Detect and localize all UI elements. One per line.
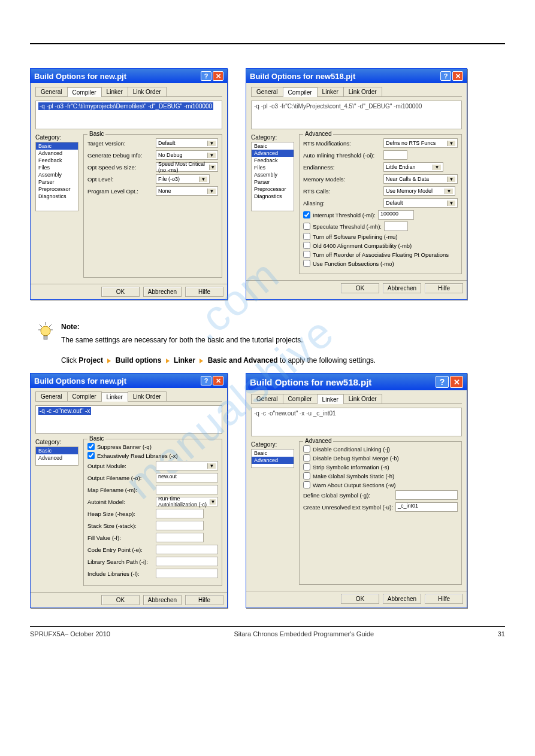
debug-info-select[interactable]: No Debug▼ — [156, 150, 218, 160]
category-item[interactable]: Advanced — [252, 457, 294, 464]
tab-compiler[interactable]: Compiler — [283, 87, 318, 97]
help-icon[interactable]: ? — [436, 376, 449, 388]
entry-point-input[interactable] — [156, 545, 218, 554]
strip-sym-checkbox[interactable] — [303, 463, 310, 470]
category-item[interactable]: Basic — [36, 447, 78, 454]
lib-search-input[interactable] — [156, 557, 218, 566]
rts-calls-select[interactable]: Use Memory Model▼ — [383, 186, 455, 196]
include-lib-input[interactable] — [156, 569, 218, 578]
disable-cond-link-checkbox[interactable] — [303, 445, 310, 453]
category-list[interactable]: Basic Advanced Feedback Files Assembly P… — [35, 142, 78, 211]
opt-level-select[interactable]: File (-o3)▼ — [156, 174, 210, 184]
category-item[interactable]: Advanced — [36, 150, 78, 157]
category-item[interactable]: Parser — [252, 178, 294, 186]
tab-linker[interactable]: Linker — [317, 87, 344, 96]
define-global-input[interactable] — [395, 490, 458, 500]
unresolved-ext-input[interactable]: _c_int01 — [395, 502, 458, 512]
help-icon[interactable]: ? — [201, 376, 211, 385]
rts-mod-select[interactable]: Defns no RTS Funcs▼ — [383, 138, 458, 148]
tab-linker[interactable]: Linker — [101, 392, 128, 402]
suppress-banner-checkbox[interactable] — [87, 443, 95, 450]
map-filename-input[interactable] — [156, 485, 218, 494]
command-line-box[interactable]: -q -pl -o3 -fr"C:\ti\myprojects\Demofile… — [35, 101, 222, 129]
spec-thresh-checkbox[interactable] — [303, 223, 310, 230]
int-thresh-checkbox[interactable] — [303, 211, 310, 218]
titlebar[interactable]: Build Options for new.pjt ? ✕ — [31, 374, 227, 388]
func-sub-checkbox[interactable] — [303, 260, 310, 267]
target-version-select[interactable]: Default▼ — [156, 138, 218, 148]
titlebar[interactable]: Build Options for new.pjt ? ✕ — [31, 69, 227, 83]
ok-button[interactable]: OK — [101, 595, 140, 605]
tab-link-order[interactable]: Link Order — [128, 87, 167, 96]
chevron-down-icon[interactable]: ▼ — [447, 201, 455, 206]
tab-link-order[interactable]: Link Order — [128, 391, 167, 401]
warn-output-checkbox[interactable] — [303, 481, 310, 488]
fill-value-input[interactable] — [156, 533, 204, 542]
command-line-box[interactable]: -q -pl -o3 -fr"C:\tiMyProjects\cont_4.5\… — [251, 101, 462, 129]
tab-general[interactable]: General — [251, 87, 283, 96]
tab-link-order[interactable]: Link Order — [343, 394, 382, 403]
prog-level-select[interactable]: None▼ — [156, 186, 218, 196]
category-item[interactable]: Feedback — [252, 157, 294, 164]
category-item[interactable]: Advanced — [252, 150, 294, 157]
ok-button[interactable]: OK — [341, 594, 379, 604]
disable-dbg-merge-checkbox[interactable] — [303, 454, 310, 462]
old6400-checkbox[interactable] — [303, 242, 310, 249]
tab-general[interactable]: General — [35, 391, 68, 401]
aliasing-select[interactable]: Default▼ — [383, 198, 458, 208]
category-item[interactable]: Files — [252, 164, 294, 171]
tab-linker[interactable]: Linker — [317, 394, 344, 404]
spec-thresh-input[interactable] — [384, 221, 408, 231]
help-button[interactable]: Hilfe — [425, 283, 463, 293]
ok-button[interactable]: OK — [341, 283, 379, 293]
chevron-down-icon[interactable]: ▼ — [447, 141, 455, 146]
reorder-checkbox[interactable] — [303, 251, 310, 258]
ok-button[interactable]: OK — [101, 287, 140, 297]
category-item[interactable]: Assembly — [252, 171, 294, 178]
category-item[interactable]: Preprocessor — [252, 186, 294, 193]
command-line-box[interactable]: -q -c -o"new.out" -x — [35, 405, 222, 434]
cancel-button[interactable]: Abbrechen — [383, 283, 421, 293]
close-icon[interactable]: ✕ — [450, 376, 463, 388]
cancel-button[interactable]: Abbrechen — [143, 595, 182, 605]
int-thresh-input[interactable]: 100000 — [378, 210, 414, 220]
titlebar[interactable]: Build Options for new518.pjt ? ✕ — [246, 374, 467, 390]
chevron-down-icon[interactable]: ▼ — [209, 165, 216, 170]
endian-select[interactable]: Little Endian▼ — [383, 162, 443, 172]
help-button[interactable]: Hilfe — [185, 287, 223, 297]
tab-link-order[interactable]: Link Order — [343, 87, 382, 96]
tab-general[interactable]: General — [251, 394, 283, 403]
chevron-down-icon[interactable]: ▼ — [207, 153, 216, 158]
autoinit-select[interactable]: Run-time Autoinitialization (-c)▼ — [156, 497, 218, 506]
sw-pipeline-checkbox[interactable] — [303, 233, 310, 240]
help-button[interactable]: Hilfe — [425, 594, 463, 604]
category-item[interactable]: Basic — [36, 142, 78, 150]
chevron-down-icon[interactable]: ▼ — [207, 463, 216, 469]
tab-general[interactable]: General — [35, 87, 68, 96]
chevron-down-icon[interactable]: ▼ — [207, 141, 216, 146]
command-line-box[interactable]: -q -c -o"new.out" -x -u _c_int01 — [251, 408, 462, 436]
category-list[interactable]: Basic Advanced — [251, 449, 294, 468]
category-item[interactable]: Diagnostics — [252, 193, 294, 200]
heap-size-input[interactable] — [156, 509, 204, 518]
help-icon[interactable]: ? — [440, 71, 451, 81]
tab-compiler[interactable]: Compiler — [67, 87, 102, 97]
tab-linker[interactable]: Linker — [101, 87, 128, 96]
help-icon[interactable]: ? — [201, 71, 211, 81]
category-item[interactable]: Basic — [252, 142, 294, 150]
mem-model-select[interactable]: Near Calls & Data▼ — [383, 174, 458, 184]
category-item[interactable]: Feedback — [36, 157, 78, 164]
auto-inline-input[interactable] — [383, 150, 407, 160]
category-item[interactable]: Basic — [252, 450, 294, 457]
exhaustive-read-checkbox[interactable] — [87, 452, 95, 459]
category-item[interactable]: Assembly — [36, 171, 78, 178]
output-module-select[interactable]: ▼ — [156, 461, 218, 470]
chevron-down-icon[interactable]: ▼ — [210, 499, 216, 505]
category-item[interactable]: Diagnostics — [36, 193, 78, 200]
chevron-down-icon[interactable]: ▼ — [433, 165, 441, 170]
category-item[interactable]: Files — [36, 164, 78, 171]
close-icon[interactable]: ✕ — [213, 376, 223, 385]
titlebar[interactable]: Build Options for new518.pjt ? ✕ — [246, 69, 467, 83]
category-item[interactable]: Advanced — [36, 454, 78, 462]
help-button[interactable]: Hilfe — [185, 595, 223, 605]
